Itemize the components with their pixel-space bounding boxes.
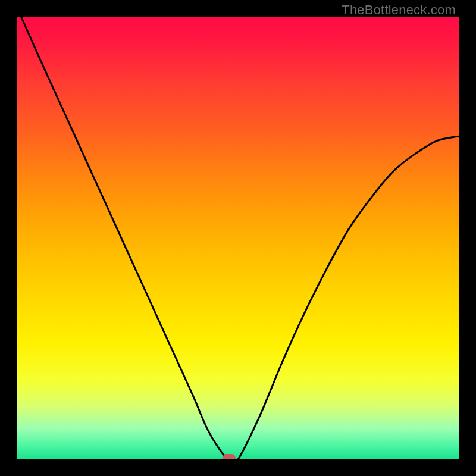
chart-frame: TheBottleneck.com <box>0 0 476 476</box>
optimal-marker <box>223 454 236 459</box>
watermark-text: TheBottleneck.com <box>342 2 456 18</box>
bottleneck-curve <box>17 17 459 459</box>
plot-area <box>17 17 459 459</box>
